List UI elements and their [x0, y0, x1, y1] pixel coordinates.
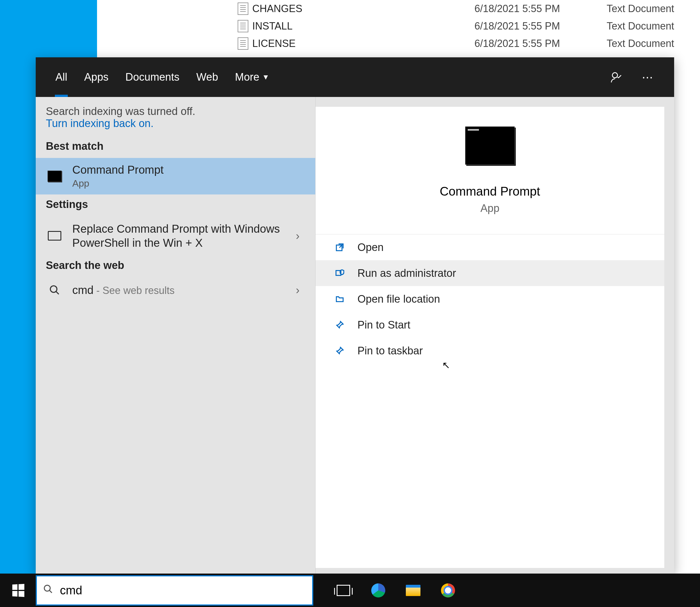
search-icon	[46, 283, 63, 297]
preview-subtitle: App	[480, 202, 499, 214]
web-suffix: - See web results	[94, 285, 175, 296]
display-icon	[46, 228, 63, 243]
more-options-icon[interactable]: ⋯	[632, 71, 663, 84]
preview-title: Command Prompt	[440, 184, 540, 198]
cmd-preview-icon	[465, 126, 515, 165]
turn-indexing-on-link[interactable]: Turn indexing back on.	[46, 118, 154, 129]
results-column: Search indexing was turned off. Turn ind…	[36, 97, 316, 573]
file-date: 6/18/2021 5:55 PM	[475, 3, 607, 15]
search-panel: All Apps Documents Web More ▼ ⋯ Search i…	[36, 57, 674, 573]
section-best-match: Best match	[36, 136, 315, 158]
action-label: Pin to taskbar	[357, 345, 423, 357]
web-query: cmd	[72, 284, 94, 296]
shield-icon	[334, 269, 346, 278]
tab-more-label: More	[235, 71, 260, 83]
tab-web[interactable]: Web	[188, 57, 226, 97]
notice-text: Search indexing was turned off.	[46, 105, 305, 118]
best-match-command-prompt[interactable]: Command Prompt App	[36, 158, 315, 194]
chevron-right-icon: ›	[290, 284, 305, 296]
text-file-icon	[238, 2, 248, 15]
taskbar	[0, 573, 700, 607]
chevron-right-icon: ›	[290, 230, 305, 242]
cmd-icon	[46, 169, 63, 184]
explorer-file-list: CHANGES 6/18/2021 5:55 PM Text Document …	[238, 0, 700, 52]
action-open[interactable]: Open	[316, 234, 664, 260]
section-search-web: Search the web	[36, 255, 315, 277]
section-settings: Settings	[36, 194, 315, 216]
action-pin-to-start[interactable]: Pin to Start	[316, 312, 664, 338]
file-type: Text Document	[607, 3, 674, 15]
search-input[interactable]	[60, 584, 306, 597]
open-icon	[334, 243, 346, 252]
indexing-notice: Search indexing was turned off. Turn ind…	[36, 97, 315, 136]
pin-icon	[334, 346, 346, 355]
result-title: Replace Command Prompt with Windows Powe…	[72, 222, 290, 250]
action-run-as-admin[interactable]: Run as administrator	[316, 260, 664, 286]
result-title: Command Prompt	[72, 164, 305, 176]
tab-apps[interactable]: Apps	[76, 57, 117, 97]
svg-point-0	[612, 72, 617, 78]
file-type: Text Document	[607, 20, 674, 32]
file-row[interactable]: CHANGES 6/18/2021 5:55 PM Text Document	[238, 0, 700, 17]
folder-icon	[334, 294, 346, 304]
edge-button[interactable]	[371, 583, 386, 598]
file-explorer-button[interactable]	[405, 583, 421, 598]
tab-all[interactable]: All	[47, 57, 76, 97]
action-label: Open file location	[357, 293, 440, 305]
edge-icon	[371, 583, 385, 598]
pin-icon	[334, 320, 346, 329]
preview-column: Command Prompt App Open Run as administr…	[316, 107, 664, 568]
file-row[interactable]: LICENSE 6/18/2021 5:55 PM Text Document	[238, 35, 700, 52]
tab-more[interactable]: More ▼	[227, 57, 278, 97]
result-subtitle: App	[72, 178, 305, 189]
actions-list: Open Run as administrator Open file loca…	[316, 234, 664, 364]
chevron-down-icon: ▼	[262, 73, 269, 82]
search-icon	[43, 584, 53, 596]
text-file-icon	[238, 37, 248, 50]
file-row[interactable]: INSTALL 6/18/2021 5:55 PM Text Document	[238, 17, 700, 35]
file-date: 6/18/2021 5:55 PM	[475, 38, 607, 49]
svg-point-4	[44, 585, 51, 591]
chrome-button[interactable]	[440, 583, 456, 598]
file-name: CHANGES	[252, 3, 475, 15]
windows-logo-icon	[12, 584, 24, 596]
task-view-icon	[337, 585, 350, 596]
file-type: Text Document	[607, 38, 674, 49]
web-result-cmd[interactable]: cmd - See web results ›	[36, 277, 315, 303]
taskbar-search[interactable]	[36, 575, 313, 606]
feedback-icon[interactable]	[601, 71, 632, 83]
task-view-button[interactable]	[336, 583, 351, 598]
action-pin-to-taskbar[interactable]: Pin to taskbar	[316, 338, 664, 364]
file-date: 6/18/2021 5:55 PM	[475, 20, 607, 32]
tab-documents[interactable]: Documents	[117, 57, 188, 97]
settings-replace-cmd[interactable]: Replace Command Prompt with Windows Powe…	[36, 216, 315, 255]
file-name: LICENSE	[252, 38, 475, 49]
start-button[interactable]	[0, 573, 36, 607]
svg-point-1	[51, 286, 57, 292]
action-label: Open	[357, 242, 384, 253]
action-label: Run as administrator	[357, 267, 456, 279]
chrome-icon	[441, 583, 455, 598]
action-open-file-location[interactable]: Open file location	[316, 286, 664, 312]
action-label: Pin to Start	[357, 319, 410, 331]
search-tabs: All Apps Documents Web More ▼ ⋯	[36, 57, 674, 97]
file-explorer-icon	[406, 585, 420, 596]
text-file-icon	[238, 20, 248, 32]
file-name: INSTALL	[252, 20, 475, 32]
